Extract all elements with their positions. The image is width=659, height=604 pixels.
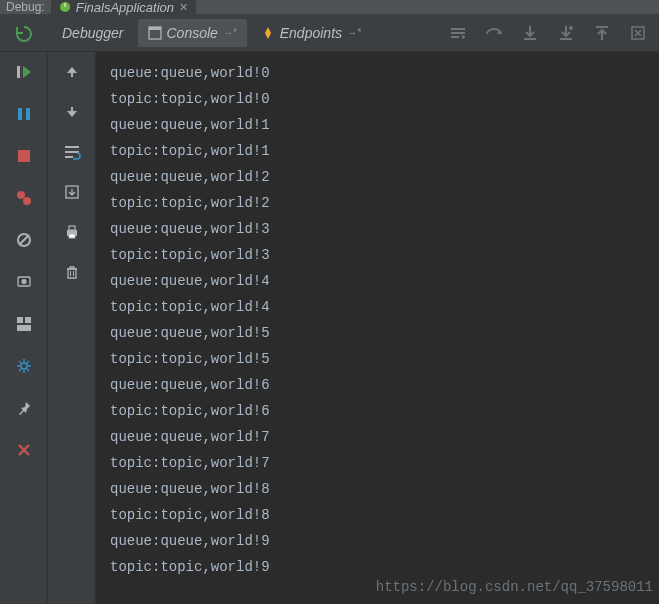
svg-point-23 [21, 363, 27, 369]
console-line: topic:topic,world!0 [110, 86, 659, 112]
svg-rect-6 [524, 38, 536, 40]
console-line: queue:queue,world!6 [110, 372, 659, 398]
mute-breakpoints-icon[interactable] [10, 226, 38, 254]
console-line: topic:topic,world!6 [110, 398, 659, 424]
tab-debugger[interactable]: Debugger [52, 19, 134, 47]
svg-rect-5 [451, 36, 459, 38]
svg-rect-22 [17, 325, 31, 331]
console-line: topic:topic,world!1 [110, 138, 659, 164]
tab-endpoints-label: Endpoints [280, 25, 342, 41]
console-line: queue:queue,world!7 [110, 424, 659, 450]
console-line: queue:queue,world!9 [110, 528, 659, 554]
svg-rect-3 [451, 28, 465, 30]
run-config-name: FinalsApplication [76, 0, 174, 15]
console-sidebar [48, 52, 96, 604]
scroll-down-icon[interactable] [58, 98, 86, 126]
show-execution-point-icon[interactable] [443, 20, 473, 46]
svg-rect-14 [18, 150, 30, 162]
tab-endpoints[interactable]: Endpoints →* [251, 19, 371, 47]
rerun-icon[interactable] [10, 20, 38, 48]
step-into-icon[interactable] [515, 20, 545, 46]
console-line: queue:queue,world!8 [110, 476, 659, 502]
run-config-tab[interactable]: FinalsApplication ✕ [51, 0, 196, 14]
svg-rect-27 [65, 151, 79, 153]
layout-icon[interactable] [10, 310, 38, 338]
console-line: topic:topic,world!7 [110, 450, 659, 476]
debug-tabs: Debugger Console →* Endpoints →* [48, 19, 371, 47]
view-breakpoints-icon[interactable] [10, 184, 38, 212]
svg-point-8 [569, 26, 573, 30]
svg-rect-28 [65, 156, 73, 158]
console-line: topic:topic,world!8 [110, 502, 659, 528]
console-line: queue:queue,world!3 [110, 216, 659, 242]
main-area: queue:queue,world!0topic:topic,world!0qu… [0, 52, 659, 604]
svg-rect-9 [596, 26, 608, 28]
svg-rect-12 [18, 108, 22, 120]
svg-point-15 [17, 191, 25, 199]
pin-tab-icon[interactable] [10, 394, 38, 422]
tab-debugger-label: Debugger [62, 25, 124, 41]
svg-rect-31 [69, 226, 75, 230]
svg-point-16 [23, 197, 31, 205]
print-icon[interactable] [58, 218, 86, 246]
close-icon[interactable]: ✕ [179, 1, 188, 14]
clear-all-icon[interactable] [58, 258, 86, 286]
tab-console[interactable]: Console →* [138, 19, 247, 47]
rerun-slot [0, 14, 48, 51]
debug-label: Debug: [6, 0, 45, 14]
svg-rect-21 [25, 317, 31, 323]
console-line: topic:topic,world!4 [110, 294, 659, 320]
title-bar: Debug: FinalsApplication ✕ [0, 0, 659, 14]
console-line: topic:topic,world!2 [110, 190, 659, 216]
scroll-up-icon[interactable] [58, 58, 86, 86]
console-line: queue:queue,world!5 [110, 320, 659, 346]
settings-icon[interactable] [10, 352, 38, 380]
get-thread-dump-icon[interactable] [10, 268, 38, 296]
console-line: queue:queue,world!4 [110, 268, 659, 294]
soft-wrap-icon[interactable] [58, 138, 86, 166]
svg-rect-2 [149, 27, 161, 30]
watermark: https://blog.csdn.net/qq_37598011 [376, 574, 653, 600]
step-toolbar [443, 20, 659, 46]
toolbar-row: Debugger Console →* Endpoints →* [0, 14, 659, 52]
console-line: queue:queue,world!2 [110, 164, 659, 190]
tab-console-label: Console [167, 25, 218, 41]
console-output[interactable]: queue:queue,world!0topic:topic,world!0qu… [96, 52, 659, 604]
svg-point-19 [21, 279, 26, 284]
console-line: queue:queue,world!1 [110, 112, 659, 138]
svg-rect-24 [71, 72, 73, 77]
console-icon [148, 26, 162, 40]
console-line: topic:topic,world!5 [110, 346, 659, 372]
force-step-into-icon[interactable] [551, 20, 581, 46]
resume-icon[interactable] [10, 58, 38, 86]
svg-rect-11 [17, 66, 20, 78]
console-line: topic:topic,world!3 [110, 242, 659, 268]
left-sidebar-debug [0, 52, 48, 604]
console-line: queue:queue,world!0 [110, 60, 659, 86]
pause-icon[interactable] [10, 100, 38, 128]
stop-icon[interactable] [10, 142, 38, 170]
svg-rect-7 [560, 38, 572, 40]
step-over-icon[interactable] [479, 20, 509, 46]
close-tab-icon[interactable] [10, 436, 38, 464]
svg-rect-4 [451, 32, 465, 34]
svg-rect-13 [26, 108, 30, 120]
svg-rect-26 [65, 146, 79, 148]
drop-frame-icon[interactable] [623, 20, 653, 46]
endpoints-icon [261, 26, 275, 40]
svg-rect-32 [69, 234, 75, 238]
svg-rect-20 [17, 317, 23, 323]
step-out-icon[interactable] [587, 20, 617, 46]
spring-boot-icon [59, 1, 71, 13]
pin-icon[interactable]: →* [347, 27, 361, 38]
pin-icon[interactable]: →* [223, 27, 237, 38]
svg-rect-25 [71, 107, 73, 112]
scroll-to-end-icon[interactable] [58, 178, 86, 206]
